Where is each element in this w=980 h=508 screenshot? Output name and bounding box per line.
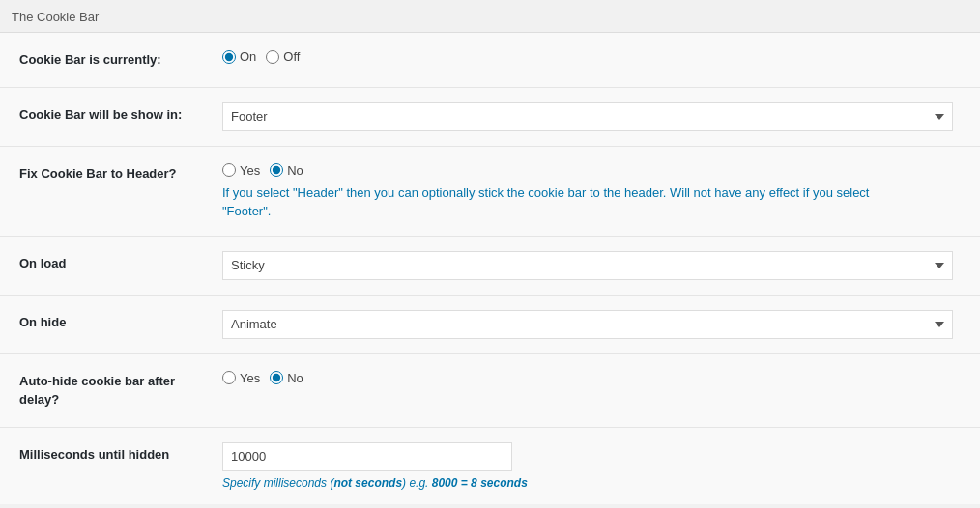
auto-hide-radio-group: Yes No bbox=[222, 369, 961, 385]
cookie-bar-show-in-row: Cookie Bar will be show in: Footer Heade… bbox=[0, 87, 980, 146]
on-hide-row: On hide Animate Sticky None bbox=[0, 295, 980, 353]
milliseconds-row: Milliseconds until hidden Specify millis… bbox=[0, 427, 980, 504]
auto-hide-yes-label[interactable]: Yes bbox=[222, 371, 260, 385]
fix-to-header-row: Fix Cookie Bar to Header? Yes No If you … bbox=[0, 146, 980, 236]
cookie-bar-on-radio[interactable] bbox=[222, 50, 236, 64]
on-load-select[interactable]: Sticky Animate None bbox=[222, 251, 953, 280]
fix-to-header-control: Yes No If you select "Header" then you c… bbox=[213, 146, 980, 236]
milliseconds-control: Specify milliseconds (not seconds) e.g. … bbox=[213, 427, 980, 504]
fix-to-header-label: Fix Cookie Bar to Header? bbox=[0, 146, 213, 236]
cookie-bar-status-radio-group: On Off bbox=[222, 47, 961, 64]
fix-to-header-yes-radio[interactable] bbox=[222, 163, 236, 177]
fix-to-header-no-radio[interactable] bbox=[270, 163, 283, 177]
cookie-bar-show-in-control: Footer Header bbox=[213, 87, 980, 146]
page-title: The Cookie Bar bbox=[0, 0, 980, 33]
settings-table: Cookie Bar is currently: On Off Cook bbox=[0, 33, 980, 504]
fix-to-header-description: If you select "Header" then you can opti… bbox=[222, 183, 899, 221]
milliseconds-input[interactable] bbox=[222, 442, 512, 471]
on-hide-select[interactable]: Animate Sticky None bbox=[222, 310, 953, 339]
milliseconds-label: Milliseconds until hidden bbox=[0, 427, 213, 504]
cookie-bar-off-label[interactable]: Off bbox=[266, 49, 300, 64]
on-hide-label: On hide bbox=[0, 295, 213, 353]
auto-hide-no-label[interactable]: No bbox=[270, 371, 303, 385]
cookie-bar-show-in-label: Cookie Bar will be show in: bbox=[0, 87, 213, 146]
on-load-control: Sticky Animate None bbox=[213, 236, 980, 295]
auto-hide-no-radio[interactable] bbox=[270, 371, 283, 384]
auto-hide-row: Auto-hide cookie bar after delay? Yes No bbox=[0, 353, 980, 427]
milliseconds-hint: Specify milliseconds (not seconds) e.g. … bbox=[222, 476, 961, 490]
auto-hide-label: Auto-hide cookie bar after delay? bbox=[0, 353, 213, 427]
cookie-bar-status-control: On Off bbox=[213, 33, 980, 87]
page-title-text: The Cookie Bar bbox=[12, 10, 99, 24]
on-hide-control: Animate Sticky None bbox=[213, 295, 980, 353]
cookie-bar-off-radio[interactable] bbox=[266, 50, 279, 64]
cookie-bar-status-label: Cookie Bar is currently: bbox=[0, 33, 213, 87]
fix-to-header-no-label[interactable]: No bbox=[270, 163, 303, 178]
fix-to-header-yes-label[interactable]: Yes bbox=[222, 163, 260, 178]
on-load-row: On load Sticky Animate None bbox=[0, 236, 980, 295]
on-load-label: On load bbox=[0, 236, 213, 295]
auto-hide-control: Yes No bbox=[213, 353, 980, 427]
cookie-bar-on-label[interactable]: On bbox=[222, 49, 256, 64]
cookie-bar-status-row: Cookie Bar is currently: On Off bbox=[0, 33, 980, 87]
cookie-bar-show-in-select[interactable]: Footer Header bbox=[222, 102, 953, 131]
auto-hide-yes-radio[interactable] bbox=[222, 371, 236, 384]
fix-to-header-radio-group: Yes No bbox=[222, 161, 961, 178]
